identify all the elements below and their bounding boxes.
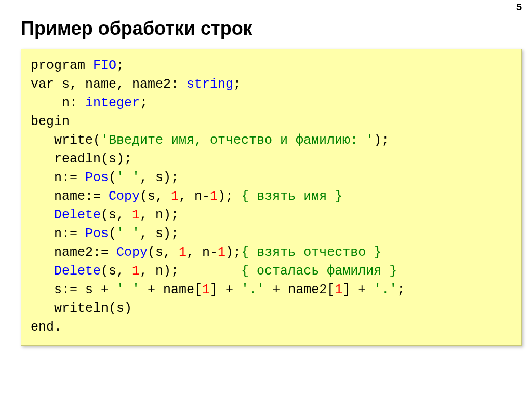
code-keyword: string xyxy=(187,77,233,92)
code-string: ' ' xyxy=(116,282,140,297)
code-string: '.' xyxy=(241,282,264,297)
code-text: name2:= xyxy=(31,245,116,260)
code-keyword: FIO xyxy=(93,58,116,73)
code-number: 1 xyxy=(218,245,225,260)
code-comment: { осталась фамилия } xyxy=(241,264,397,279)
code-text: ); xyxy=(218,189,241,204)
code-text: , n- xyxy=(179,189,210,204)
code-text: ( xyxy=(109,226,116,241)
code-text: ; xyxy=(116,58,124,73)
code-text: , s); xyxy=(140,226,179,241)
code-text: end. xyxy=(31,320,62,335)
code-text: name:= xyxy=(31,189,109,204)
code-keyword: Pos xyxy=(85,170,109,185)
code-text: ] + xyxy=(210,282,241,297)
code-text: program xyxy=(31,58,93,73)
code-string: '.' xyxy=(374,282,397,297)
code-string: ' ' xyxy=(116,170,140,185)
code-text: + name[ xyxy=(140,282,202,297)
code-text: (s, xyxy=(101,264,132,279)
code-text: s:= s + xyxy=(31,282,116,297)
code-text: + name2[ xyxy=(264,282,335,297)
code-string: 'Введите имя, отчество и фамилию: ' xyxy=(101,133,374,148)
code-text: , s); xyxy=(140,170,179,185)
code-keyword: Pos xyxy=(85,226,109,241)
slide-title: Пример обработки строк xyxy=(21,18,532,39)
code-keyword: Delete xyxy=(54,208,101,223)
code-text: (s, xyxy=(101,208,132,223)
code-keyword: integer xyxy=(85,95,140,111)
code-text: , n); xyxy=(140,264,241,279)
code-text: ] + xyxy=(342,282,374,297)
code-text: ); xyxy=(225,245,241,260)
code-text: n: xyxy=(31,95,85,111)
page-number: 5 xyxy=(516,2,522,13)
code-number: 1 xyxy=(179,245,187,260)
code-string: ' ' xyxy=(116,226,140,241)
code-text: n:= xyxy=(31,226,85,241)
code-text: , n); xyxy=(140,208,179,223)
code-text: ( xyxy=(109,170,116,185)
code-number: 1 xyxy=(132,264,140,279)
code-text: writeln(s) xyxy=(31,301,132,316)
code-keyword: Copy xyxy=(109,189,140,204)
code-number: 1 xyxy=(210,189,218,204)
code-text: write( xyxy=(31,133,101,148)
code-text: begin xyxy=(31,114,70,129)
code-text: , n- xyxy=(187,245,218,260)
code-text: (s, xyxy=(148,245,179,260)
code-text: var s, name, name2: xyxy=(31,77,187,92)
code-text xyxy=(31,264,54,279)
code-text: readln(s); xyxy=(31,152,132,167)
code-keyword: Copy xyxy=(116,245,148,260)
code-text: ; xyxy=(233,77,241,92)
code-text: ; xyxy=(397,282,405,297)
code-number: 1 xyxy=(202,282,210,297)
code-comment: { взять отчество } xyxy=(241,245,381,260)
code-text xyxy=(31,208,54,223)
code-number: 1 xyxy=(171,189,179,204)
code-text: n:= xyxy=(31,170,85,185)
code-keyword: Delete xyxy=(54,264,101,279)
code-number: 1 xyxy=(132,208,140,223)
code-number: 1 xyxy=(335,282,342,297)
code-text: ); xyxy=(374,133,389,148)
code-comment: { взять имя } xyxy=(241,189,342,204)
code-text: ; xyxy=(140,95,148,111)
code-block: program FIO; var s, name, name2: string;… xyxy=(21,49,522,346)
code-text: (s, xyxy=(140,189,171,204)
